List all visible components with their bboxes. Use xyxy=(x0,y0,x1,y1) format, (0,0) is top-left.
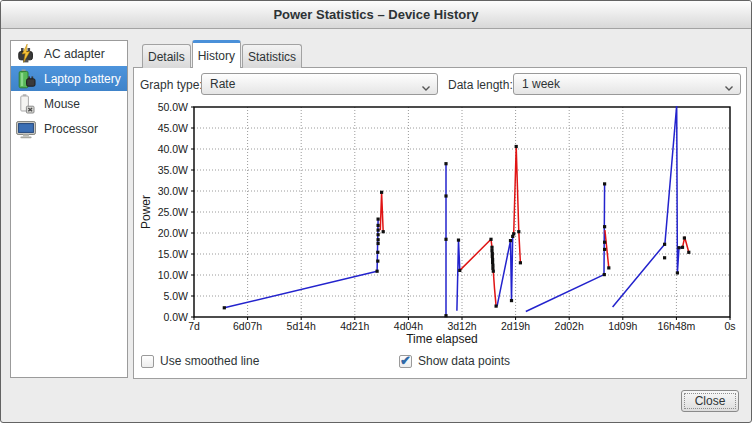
sidebar-item-label: Laptop battery xyxy=(44,72,121,86)
data-length-value: 1 week xyxy=(522,77,560,91)
svg-text:35.0W: 35.0W xyxy=(158,164,188,176)
show-data-points-label: Show data points xyxy=(418,354,510,368)
svg-text:40.0W: 40.0W xyxy=(158,143,188,155)
svg-text:10.0W: 10.0W xyxy=(158,269,188,281)
sidebar-item-label: AC adapter xyxy=(44,47,105,61)
sidebar-item-label: Mouse xyxy=(44,97,80,111)
chevron-down-icon xyxy=(421,81,431,95)
window-title: Power Statistics – Device History xyxy=(273,7,478,22)
history-tab-panel: Graph type: Rate Data length: 1 week 0.0… xyxy=(133,67,747,379)
tab-history[interactable]: History xyxy=(192,40,241,68)
processor-icon xyxy=(14,117,38,141)
axis-ticks xyxy=(191,107,730,320)
sidebar-item-label: Processor xyxy=(44,122,98,136)
data-length-select[interactable]: 1 week xyxy=(513,73,741,95)
svg-text:45.0W: 45.0W xyxy=(158,122,188,134)
mouse-battery-icon xyxy=(14,92,38,116)
svg-text:4d04h: 4d04h xyxy=(394,320,423,332)
svg-text:7d: 7d xyxy=(188,320,200,332)
svg-text:50.0W: 50.0W xyxy=(158,101,188,113)
check-icon: ✔ xyxy=(400,353,411,368)
ac-adapter-icon xyxy=(14,42,38,66)
y-axis-title: Power xyxy=(139,195,153,229)
svg-text:30.0W: 30.0W xyxy=(158,185,188,197)
svg-text:6d07h: 6d07h xyxy=(233,320,262,332)
graph-type-value: Rate xyxy=(210,77,235,91)
svg-text:3d12h: 3d12h xyxy=(447,320,476,332)
titlebar[interactable]: Power Statistics – Device History xyxy=(1,1,751,29)
laptop-battery-icon xyxy=(14,67,38,91)
tab-bar: DetailsHistoryStatistics xyxy=(142,40,303,68)
tab-details[interactable]: Details xyxy=(142,44,191,68)
close-button[interactable]: Close xyxy=(681,390,739,412)
svg-text:15.0W: 15.0W xyxy=(158,248,188,260)
close-button-label: Close xyxy=(695,394,726,408)
use-smoothed-line-checkbox[interactable]: ✔ xyxy=(141,355,154,368)
sidebar-item-processor[interactable]: Processor xyxy=(11,116,127,141)
sidebar-item-laptop-battery[interactable]: Laptop battery xyxy=(11,66,127,91)
x-axis-title: Time elapsed xyxy=(406,332,478,346)
svg-text:5d14h: 5d14h xyxy=(287,320,316,332)
data-series xyxy=(224,105,689,316)
x-axis-labels: 7d6d07h5d14h4d21h4d04h3d12h2d19h2d02h1d0… xyxy=(188,320,735,332)
svg-text:25.0W: 25.0W xyxy=(158,206,188,218)
svg-text:5.0W: 5.0W xyxy=(163,290,188,302)
tab-label: Details xyxy=(148,50,185,64)
tab-label: History xyxy=(198,49,235,63)
use-smoothed-line-option[interactable]: ✔ Use smoothed line xyxy=(141,354,259,368)
show-data-points-checkbox[interactable]: ✔ xyxy=(399,355,412,368)
tab-statistics[interactable]: Statistics xyxy=(242,44,302,68)
sidebar-item-ac-adapter[interactable]: AC adapter xyxy=(11,41,127,66)
tab-label: Statistics xyxy=(248,50,296,64)
svg-text:4d21h: 4d21h xyxy=(340,320,369,332)
svg-text:16h48m: 16h48m xyxy=(657,320,695,332)
graph-type-select[interactable]: Rate xyxy=(201,73,438,95)
y-axis-labels: 0.0W5.0W10.0W15.0W20.0W25.0W30.0W35.0W40… xyxy=(158,101,188,323)
svg-text:2d02h: 2d02h xyxy=(555,320,584,332)
svg-text:1d09h: 1d09h xyxy=(608,320,637,332)
svg-text:20.0W: 20.0W xyxy=(158,227,188,239)
device-list: AC adapterLaptop batteryMouseProcessor xyxy=(10,40,128,378)
graph-type-label: Graph type: xyxy=(140,78,203,92)
data-length-label: Data length: xyxy=(448,78,513,92)
svg-text:2d19h: 2d19h xyxy=(501,320,530,332)
svg-text:0.0W: 0.0W xyxy=(163,311,188,323)
chevron-down-icon xyxy=(724,81,734,95)
gridlines xyxy=(194,107,730,317)
use-smoothed-line-label: Use smoothed line xyxy=(160,354,259,368)
history-chart: 0.0W5.0W10.0W15.0W20.0W25.0W30.0W35.0W40… xyxy=(137,98,747,348)
svg-text:0s: 0s xyxy=(724,320,735,332)
sidebar-item-mouse[interactable]: Mouse xyxy=(11,91,127,116)
power-statistics-window: Power Statistics – Device History AC ada… xyxy=(0,0,752,423)
show-data-points-option[interactable]: ✔ Show data points xyxy=(399,354,510,368)
